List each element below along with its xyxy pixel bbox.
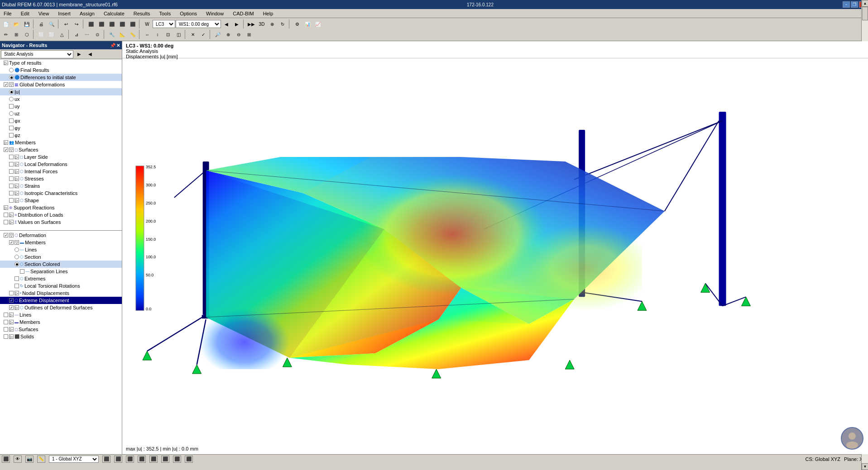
minimize-button[interactable]: − [843,1,850,8]
menu-view[interactable]: View [37,10,51,17]
check-phix[interactable] [9,119,14,123]
restore-button[interactable]: ❐ [851,1,858,8]
nav-def-separation-lines[interactable]: — Separation Lines [0,268,122,275]
menu-tools[interactable]: Tools [157,10,173,17]
expand-stresses[interactable]: ▷ [14,176,19,181]
status-nav-2[interactable]: ⬛ [114,456,122,463]
menu-window[interactable]: Window [204,10,225,17]
check-def-surfaces-section[interactable] [4,327,8,332]
expand-global-def[interactable]: ▽ [9,82,14,87]
status-nav-4[interactable]: ⬛ [138,456,146,463]
nav-def-lines-section[interactable]: ▷ — Lines [0,311,122,318]
radio-differences[interactable] [9,75,14,80]
tb2-btn-12[interactable]: 📏 [128,30,138,39]
viewport-canvas[interactable]: 352.5 300.0 250.0 200.0 150.0 100.0 50.0… [122,58,868,454]
menu-assign[interactable]: Assign [78,10,96,17]
nav-deformation-section[interactable]: ✓ ▽ ⬡ Deformation [0,232,122,239]
nav-members[interactable]: ▷ 👥 Members [0,139,122,146]
check-sep-lines[interactable] [20,269,24,274]
nav-support-reactions[interactable]: ▷ ⊕ Support Reactions [0,204,122,211]
radio-def-lines[interactable] [14,247,19,252]
nav-def-solids[interactable]: ▷ ⬛ Solids [0,333,122,340]
tb2-btn-2[interactable]: ⊞ [11,30,21,39]
tb2-btn-8[interactable]: ⋯ [82,30,92,39]
radio-def-section-colored[interactable] [14,262,19,266]
tb-more-2[interactable]: 📊 [302,19,312,28]
status-icon-4[interactable]: 📏 [37,456,45,463]
nav-def-extremes[interactable]: ⬡ Extremes [0,275,122,282]
radio-def-section[interactable] [14,255,19,259]
nav-shape[interactable]: ▷ ⬡ Shape [0,197,122,204]
tb2-btn-10[interactable]: 🔧 [107,30,117,39]
tb-more-1[interactable]: ⚙ [292,19,302,28]
nav-def-local-tors[interactable]: ↻ Local Torsional Rotations [0,282,122,290]
nav-local-deformations[interactable]: ▷ ⬡ Local Deformations [0,161,122,168]
nav-distribution[interactable]: ▷ ≡ Distribution of Loads [0,211,122,218]
nav-global-deformations[interactable]: ✓ ▽ ▦ Global Deformations [0,81,122,88]
tb-redo[interactable]: ↪ [72,19,82,28]
tb-save[interactable]: 💾 [22,19,32,28]
tb-new[interactable]: 📄 [1,19,11,28]
check-isotropic[interactable] [9,191,14,195]
nav-def-members-section[interactable]: ▷ ▬ Members [0,318,122,326]
menu-results[interactable]: Results [132,10,152,17]
check-def-lines-section[interactable] [4,313,8,317]
tb2-btn-11[interactable]: 📐 [117,30,127,39]
tb2-btn-13[interactable]: ↔ [142,30,152,39]
expand-local-def[interactable]: ▷ [14,162,19,166]
lc-combo[interactable]: LC3 [153,20,175,28]
tb-print[interactable]: 🖨 [36,19,46,28]
expand-def-members[interactable]: ▽ [14,240,19,245]
tb-btn-4[interactable]: ⬛ [86,19,96,28]
tb-preview[interactable]: 🔍 [47,19,57,28]
check-global-deformations[interactable]: ✓ [4,82,8,87]
nav-def-surfaces-section[interactable]: ▷ ◻ Surfaces [0,326,122,333]
tb2-btn-14[interactable]: ↕ [153,30,163,39]
expand-distribution[interactable]: ▷ [9,213,14,217]
nav-def-extreme-disp[interactable]: ✓ ⬡ Extreme Displacement [0,297,122,304]
ws-combo[interactable]: WS1: 0.00 deg [176,20,221,28]
tb2-btn-4[interactable]: ⬜ [36,30,46,39]
status-icon-3[interactable]: 📷 [25,456,34,463]
expand-def-lines-section[interactable]: ▷ [9,313,14,317]
tb-btn-5[interactable]: ⬛ [96,19,106,28]
status-nav-1[interactable]: ⬛ [102,456,110,463]
expand-values[interactable]: ▷ [9,220,14,224]
check-strains[interactable] [9,184,14,188]
nav-type-of-results[interactable]: ▷ Type of results [0,59,122,66]
tb2-btn-22[interactable]: ⊞ [244,30,254,39]
tb2-btn-3[interactable]: ⬡ [22,30,32,39]
check-surfaces[interactable]: ✓ [4,147,8,152]
nav-u-abs[interactable]: |u| [0,88,122,95]
check-local-tors[interactable] [14,284,19,288]
check-local-def[interactable] [9,162,14,166]
nav-strains[interactable]: ▷ ⬡ Strains [0,182,122,190]
expand-icon[interactable]: ▷ [4,61,8,65]
nav-def-lines[interactable]: — Lines [0,246,122,253]
check-outlines[interactable]: ✓ [9,305,14,310]
nav-uz[interactable]: uz [0,110,122,117]
check-shape[interactable] [9,198,14,203]
expand-internal-forces[interactable]: ▷ [14,169,19,174]
expand-outlines[interactable]: ▷ [14,305,19,310]
check-layer-side[interactable] [9,155,14,159]
tb-open[interactable]: 📂 [11,19,21,28]
status-nav-8[interactable]: ⬛ [185,456,193,463]
tb-next-lc[interactable]: ▶ [232,19,242,28]
nav-uy[interactable]: uy [0,103,122,110]
menu-file[interactable]: File [2,10,14,17]
radio-u-abs[interactable] [9,90,14,94]
tb-btn-9[interactable]: W [142,19,152,28]
tb-btn-8[interactable]: ⬛ [128,19,138,28]
nav-def-section-colored[interactable]: ⬡ Section Colored [0,261,122,268]
tb2-btn-1[interactable]: ✏ [1,30,11,39]
status-nav-3[interactable]: ⬛ [126,456,134,463]
check-uy[interactable] [9,104,14,109]
radio-ux[interactable] [9,97,14,101]
tb2-btn-9[interactable]: ⊙ [92,30,102,39]
menu-cad-bim[interactable]: CAD-BIM [231,10,255,17]
tb2-btn-19[interactable]: 🔎 [213,30,223,39]
expand-isotropic[interactable]: ▷ [14,191,19,195]
nav-expand-btn[interactable]: ▶ [74,50,84,59]
nav-def-members[interactable]: ✓ ▽ ▬ Members [0,239,122,246]
